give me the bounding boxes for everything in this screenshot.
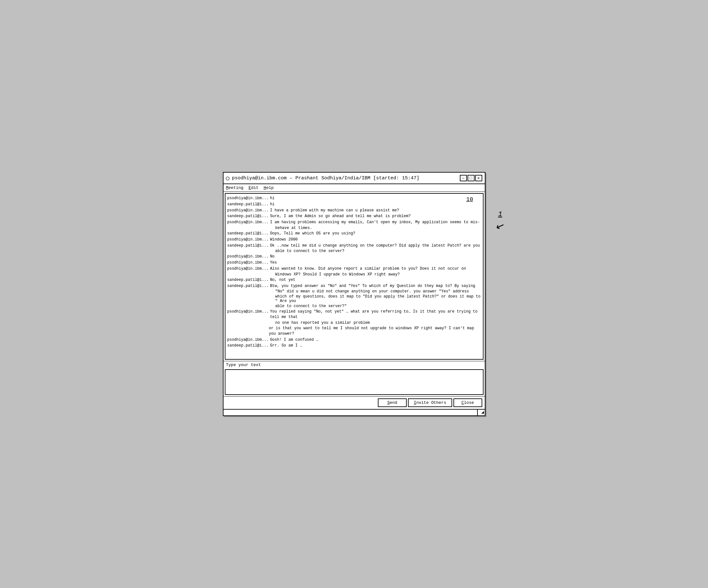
message-row: sandeep.patil@i... Btw, you typed answer… bbox=[227, 284, 481, 289]
type-label: Type your text bbox=[224, 361, 485, 368]
continuation-text: able to connect to the server?" bbox=[269, 304, 481, 308]
meeting-menu[interactable]: Meeting bbox=[226, 185, 244, 190]
message-text: Sure, I am the Admin so go ahead and tel… bbox=[270, 214, 481, 219]
message-continuation: "No" did u mean u did not change anythin… bbox=[227, 289, 481, 294]
message-text: Ok ..now tell me did u change anything o… bbox=[270, 243, 481, 248]
continuation-text: behave at times. bbox=[269, 226, 481, 230]
title-bar: ◯ psodhiya@in.ibm.com – Prashant Sodhiya… bbox=[224, 173, 485, 184]
edit-menu[interactable]: Edit bbox=[248, 185, 258, 190]
continuation-text: Windows XP? Should I upgrade to Windows … bbox=[269, 272, 481, 277]
message-input[interactable] bbox=[226, 370, 483, 394]
message-sender: psodhiya@in.ibm... bbox=[227, 254, 270, 259]
message-row: sandeep.patil@i... Grr. So am I … bbox=[227, 343, 481, 348]
message-text: Grr. So am I … bbox=[270, 343, 481, 348]
message-row: psodhiya@in.ibm... hi bbox=[227, 196, 481, 201]
message-text: I have a problem with my machine can u p… bbox=[270, 208, 481, 213]
message-sender: psodhiya@in.ibm... bbox=[227, 237, 270, 242]
message-text: hi bbox=[270, 196, 481, 201]
message-row: or is that you want to tell me I should … bbox=[227, 326, 481, 336]
message-row: psodhiya@in.ibm... Windows 2000 bbox=[227, 237, 481, 242]
window-title: psodhiya@in.ibm.com – Prashant Sodhiya/I… bbox=[232, 176, 419, 181]
message-text: or is that you want to tell me I should … bbox=[269, 326, 481, 336]
chat-window: ◯ psodhiya@in.ibm.com – Prashant Sodhiya… bbox=[223, 172, 485, 416]
message-text: No bbox=[270, 254, 481, 259]
message-continuation: able to connect to the server?" bbox=[227, 304, 481, 308]
message-sender: psodhiya@in.ibm... bbox=[227, 337, 270, 343]
message-continuation: no one has reported you a similar proble… bbox=[227, 321, 481, 325]
status-bar: ◢ bbox=[224, 409, 485, 415]
message-continuation: Windows XP? Should I upgrade to Windows … bbox=[227, 272, 481, 277]
text-input-container[interactable] bbox=[225, 369, 483, 395]
message-sender: psodhiya@in.ibm... bbox=[227, 196, 270, 201]
message-text: No, not yet bbox=[270, 277, 481, 283]
button-row: Send Invite Others Close bbox=[224, 396, 485, 409]
message-sender: psodhiya@in.ibm... bbox=[227, 220, 270, 225]
close-window-button[interactable]: ✕ bbox=[475, 175, 482, 181]
continuation-text: no one has reported you a similar proble… bbox=[269, 321, 481, 325]
message-text: Oops, Tell me which OS are you using? bbox=[270, 231, 481, 236]
message-continuation: which of my questions, does it map to "D… bbox=[227, 294, 481, 303]
title-bar-left: ◯ psodhiya@in.ibm.com – Prashant Sodhiya… bbox=[226, 175, 419, 182]
message-text: I am having problems accessing my emails… bbox=[270, 220, 481, 225]
help-menu[interactable]: Help bbox=[264, 185, 273, 190]
continuation-text: able to connect to the server? bbox=[269, 249, 481, 253]
message-text: Btw, you typed answer as "No" and "Yes" … bbox=[270, 284, 481, 289]
message-text: Windows 2000 bbox=[270, 237, 481, 242]
message-text: You replied saying "No, not yet" … what … bbox=[270, 309, 481, 320]
message-sender: sandeep.patil@i... bbox=[227, 343, 270, 348]
message-sender: psodhiya@in.ibm... bbox=[227, 208, 270, 213]
message-row: sandeep.patil@i... hi bbox=[227, 202, 481, 207]
message-continuation: able to connect to the server? bbox=[227, 249, 481, 253]
message-row: sandeep.patil@i... Sure, I am the Admin … bbox=[227, 214, 481, 219]
maximize-button[interactable]: □ bbox=[468, 175, 475, 181]
message-row: psodhiya@in.ibm... Also wanted to know. … bbox=[227, 266, 481, 272]
message-row: sandeep.patil@i... No, not yet bbox=[227, 277, 481, 283]
message-text: Also wanted to know. Did anyone report a… bbox=[270, 266, 481, 272]
continuation-text: "No" did u mean u did not change anythin… bbox=[269, 289, 481, 294]
message-sender: sandeep.patil@i... bbox=[227, 243, 270, 248]
message-sender: psodhiya@in.ibm... bbox=[227, 309, 270, 315]
message-row: psodhiya@in.ibm... Yes bbox=[227, 260, 481, 265]
message-row: psodhiya@in.ibm... I am having problems … bbox=[227, 220, 481, 225]
message-sender: psodhiya@in.ibm... bbox=[227, 266, 270, 272]
close-button[interactable]: Close bbox=[453, 399, 482, 407]
side-annotation: 1 ↙ bbox=[496, 210, 505, 232]
resize-handle[interactable]: ◢ bbox=[478, 410, 485, 415]
message-row: sandeep.patil@i... Ok ..now tell me did … bbox=[227, 243, 481, 248]
chat-messages-area: 10 psodhiya@in.ibm... hi sandeep.patil@i… bbox=[225, 193, 483, 360]
message-sender: psodhiya@in.ibm... bbox=[227, 260, 270, 265]
chat-icon: ◯ bbox=[226, 175, 230, 182]
menu-bar: Meeting Edit Help bbox=[224, 184, 485, 192]
title-bar-buttons: ─ □ ✕ bbox=[460, 175, 482, 181]
message-row: psodhiya@in.ibm... I have a problem with… bbox=[227, 208, 481, 213]
message-sender: sandeep.patil@i... bbox=[227, 214, 270, 219]
message-sender: sandeep.patil@i... bbox=[227, 202, 270, 207]
message-text: Yes bbox=[270, 260, 481, 265]
annotation-arrow: ↙ bbox=[494, 219, 506, 233]
annotation-number: 1 bbox=[498, 210, 502, 218]
message-sender: sandeep.patil@i... bbox=[227, 277, 270, 283]
message-sender: sandeep.patil@i... bbox=[227, 284, 270, 289]
message-text: Gosh! I am confused … bbox=[270, 337, 481, 343]
message-row: psodhiya@in.ibm... Gosh! I am confused … bbox=[227, 337, 481, 343]
continuation-text: which of my questions, does it map to "D… bbox=[269, 294, 481, 303]
minimize-button[interactable]: ─ bbox=[460, 175, 467, 181]
message-sender: sandeep.patil@i... bbox=[227, 231, 270, 236]
message-text: hi bbox=[270, 202, 481, 207]
send-button[interactable]: Send bbox=[378, 399, 407, 407]
message-row: psodhiya@in.ibm... No bbox=[227, 254, 481, 259]
message-row: psodhiya@in.ibm... You replied saying "N… bbox=[227, 309, 481, 320]
status-bar-main bbox=[224, 410, 478, 415]
message-continuation: behave at times. bbox=[227, 226, 481, 230]
invite-others-button[interactable]: Invite Others bbox=[408, 399, 452, 407]
page-number: 10 bbox=[466, 196, 473, 203]
message-row: sandeep.patil@i... Oops, Tell me which O… bbox=[227, 231, 481, 236]
